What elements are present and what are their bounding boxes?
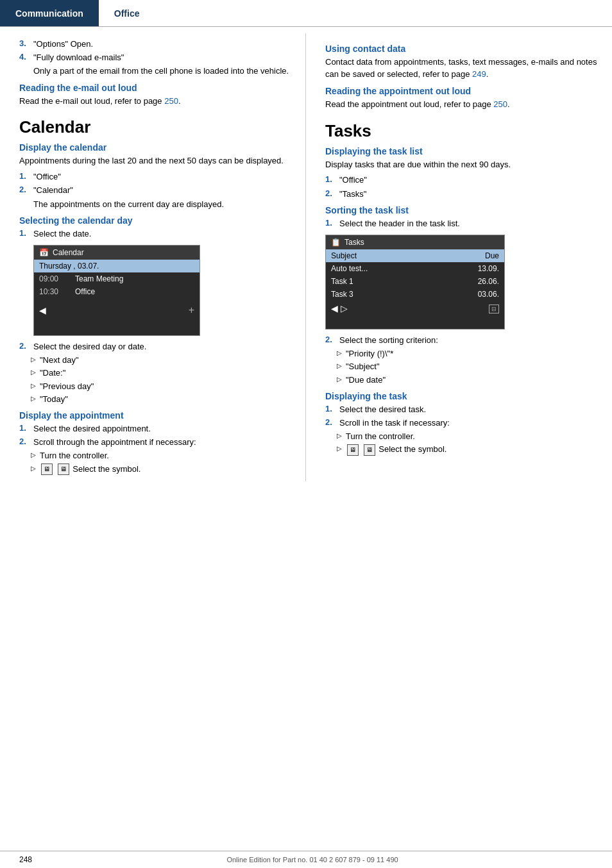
list-item: 2. Select the desired day or date. — [19, 341, 293, 353]
list-item: 2. "Tasks" — [325, 188, 599, 200]
tab-communication[interactable]: Communication — [0, 0, 99, 26]
symbol-icon-2: 🖥 — [58, 463, 69, 475]
page-header: Communication Office — [0, 0, 612, 27]
list-item: ▷ "Subject" — [337, 361, 599, 372]
list-item: ▷ "Previous day" — [31, 381, 293, 392]
list-item: ▷ Turn the controller. — [337, 431, 599, 442]
calendar-plus-button[interactable]: + — [189, 305, 194, 316]
list-item: 1. Select the date. — [19, 228, 293, 240]
displaying-tasklist-text: Display tasks that are due within the ne… — [325, 159, 599, 171]
tasks-column-row: Subject Due — [326, 249, 504, 262]
list-item: 2. Scroll through the appointment if nec… — [19, 437, 293, 448]
using-contact-link[interactable]: 249 — [472, 69, 486, 79]
list-item: 1. Select the desired appointment. — [19, 423, 293, 435]
reading-appt-text: Read the appointment out loud, refer to … — [325, 99, 599, 111]
tasks-controls: ◀ ▷ ⊟ — [326, 301, 504, 316]
list-item: 1. Select the header in the task list. — [325, 218, 599, 230]
list-item: ▷ "Date:" — [31, 367, 293, 379]
bullet-icon: ▷ — [31, 369, 36, 376]
sorting-tasklist-heading: Sorting the task list — [325, 205, 599, 215]
list-item: ▷ Turn the controller. — [31, 450, 293, 462]
using-contact-text: Contact data from appointments, tasks, t… — [325, 56, 599, 81]
calendar-heading: Calendar — [19, 117, 293, 137]
list-item: 1. Select the desired task. — [325, 404, 599, 415]
calendar-date-row: Thursday , 03.07. — [34, 260, 200, 272]
calendar-icon: 📅 — [39, 248, 49, 257]
display-calendar-heading: Display the calendar — [19, 142, 293, 153]
displaying-tasklist-heading: Displaying the task list — [325, 146, 599, 156]
tasks-scroll-icon: ⊟ — [489, 304, 499, 313]
list-item: ▷ 🖥 🖥 Select the symbol. — [31, 463, 293, 476]
bullet-icon: ▷ — [337, 349, 342, 356]
reading-email-heading: Reading the e-mail out loud — [19, 83, 293, 93]
list-item: ▷ "Today" — [31, 394, 293, 405]
bullet-icon: ▷ — [31, 395, 36, 402]
reading-email-link[interactable]: 250 — [164, 96, 178, 106]
display-calendar-text: Appointments during the last 20 and the … — [19, 155, 293, 167]
list-item: ▷ "Next day" — [31, 355, 293, 366]
bullet-icon: ▷ — [31, 356, 36, 363]
list-item: ▷ "Priority (!)\"* — [337, 348, 599, 360]
list-item: 1. "Office" — [19, 171, 293, 183]
calendar-event-row: 09:00 Team Meeting — [34, 272, 200, 285]
bullet-icon: ▷ — [337, 362, 342, 369]
reading-appt-heading: Reading the appointment out loud — [325, 86, 599, 96]
right-column: Using contact data Contact data from app… — [306, 33, 612, 481]
selecting-day-heading: Selecting the calendar day — [19, 215, 293, 226]
reading-appt-link[interactable]: 250 — [493, 99, 507, 109]
list-item: 2. "Calendar" — [19, 185, 293, 196]
list-item: ▷ 🖥 🖥 Select the symbol. — [337, 444, 599, 456]
bullet-icon: ▷ — [31, 465, 36, 472]
calendar-controls: ◀ + — [34, 298, 200, 322]
calendar-back-arrow[interactable]: ◀ — [39, 305, 46, 315]
calendar-event-row: 10:30 Office — [34, 285, 200, 298]
calendar-mockup-header: 📅 Calendar — [34, 246, 200, 260]
reading-email-text: Read the e-mail out loud, refer to page … — [19, 96, 293, 108]
tasks-icon: 📋 — [331, 238, 341, 247]
calendar-mockup: 📅 Calendar Thursday , 03.07. 09:00 Team … — [33, 245, 200, 336]
tab-office[interactable]: Office — [99, 0, 155, 26]
download-note: Only a part of the email from the cell p… — [33, 65, 293, 77]
displaying-task-heading: Displaying the task — [325, 391, 599, 401]
footer-text: Online Edition for Part no. 01 40 2 607 … — [226, 856, 398, 864]
tasks-forward-arrow[interactable]: ▷ — [341, 303, 348, 313]
list-item: 3. "Options" Open. — [19, 38, 293, 50]
symbol-icon-3: 🖥 — [347, 444, 359, 456]
display-appt-heading: Display the appointment — [19, 410, 293, 421]
bullet-icon: ▷ — [31, 451, 36, 458]
calendar-note: The appointments on the current day are … — [33, 199, 293, 210]
bullet-icon: ▷ — [337, 432, 342, 439]
left-column: 3. "Options" Open. 4. "Fully download e-… — [0, 33, 306, 481]
page-footer: 248 Online Edition for Part no. 01 40 2 … — [0, 851, 612, 868]
bullet-icon: ▷ — [337, 445, 342, 452]
list-item: 1. "Office" — [325, 174, 599, 186]
tasks-mockup-header: 📋 Tasks — [326, 235, 504, 249]
table-row: Auto test... 13.09. — [326, 262, 504, 275]
list-item: 2. Select the sorting criterion: — [325, 335, 599, 346]
list-item: 2. Scroll in the task if necessary: — [325, 417, 599, 429]
symbol-icon-1: 🖥 — [41, 463, 53, 475]
table-row: Task 3 03.06. — [326, 288, 504, 301]
main-content: 3. "Options" Open. 4. "Fully download e-… — [0, 27, 612, 481]
tasks-mockup: 📋 Tasks Subject Due Auto test... 13.09. … — [325, 235, 505, 330]
bullet-icon: ▷ — [337, 376, 342, 383]
page-number: 248 — [19, 855, 32, 864]
tasks-back-arrow[interactable]: ◀ — [331, 303, 338, 313]
symbol-icon-4: 🖥 — [364, 444, 375, 456]
table-row: Task 1 26.06. — [326, 275, 504, 288]
bullet-icon: ▷ — [31, 382, 36, 389]
tasks-heading: Tasks — [325, 121, 599, 141]
using-contact-heading: Using contact data — [325, 44, 599, 54]
list-item: 4. "Fully download e-mails" — [19, 52, 293, 63]
list-item: ▷ "Due date" — [337, 374, 599, 386]
